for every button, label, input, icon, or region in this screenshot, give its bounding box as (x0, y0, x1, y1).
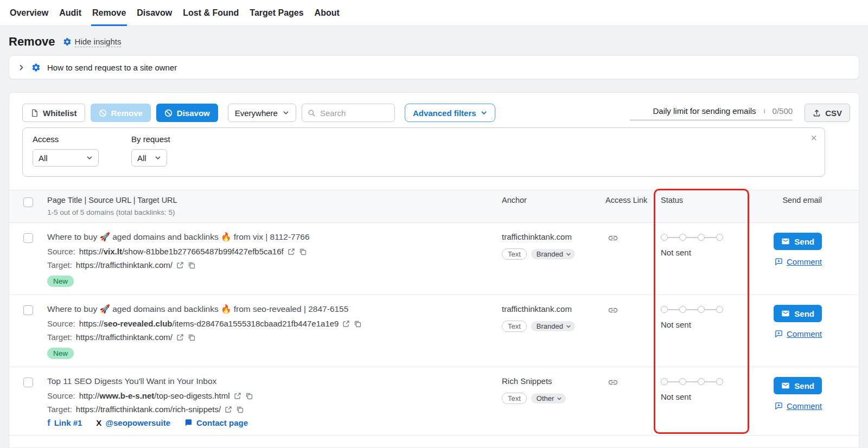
external-link-icon[interactable] (234, 392, 241, 400)
access-filter-select[interactable]: All (33, 149, 99, 167)
select-all-checkbox[interactable] (23, 197, 33, 207)
external-link-icon[interactable] (176, 334, 184, 341)
page-header: Remove Hide insights (0, 26, 868, 55)
chevron-down-icon (566, 252, 571, 257)
copy-icon[interactable] (236, 406, 244, 413)
hide-insights-link[interactable]: Hide insights (63, 37, 122, 47)
csv-export-button[interactable]: CSV (805, 104, 850, 122)
tab-about[interactable]: About (314, 0, 341, 26)
scope-select[interactable]: Everywhere (228, 104, 296, 122)
whitelist-label: Whitelist (43, 108, 77, 118)
table-row: Where to buy 🚀 aged domains and backlink… (9, 223, 859, 295)
remove-label: Remove (111, 108, 143, 118)
table-header: Page Title | Source URL | Target URL 1-5… (9, 190, 859, 223)
chevron-right-icon[interactable] (18, 64, 25, 71)
gear-icon (63, 37, 72, 46)
access-link-icon[interactable] (608, 377, 618, 388)
facebook-link[interactable]: f Link #1 (47, 418, 82, 427)
row-checkbox[interactable] (23, 233, 33, 243)
contact-page-link[interactable]: Contact page (184, 418, 248, 427)
backlink-title: Where to buy 🚀 aged domains and backlink… (47, 304, 484, 314)
close-icon[interactable]: × (810, 132, 817, 143)
comment-icon (775, 258, 783, 266)
target-url: https://trafficthinktank.com/ (76, 260, 173, 270)
daily-limit-label: Daily limit for sending emails (653, 106, 756, 116)
whitelist-button[interactable]: Whitelist (22, 104, 85, 122)
tab-lost-and-found[interactable]: Lost & Found (182, 0, 240, 26)
chevron-down-icon (566, 324, 571, 329)
comment-icon (775, 402, 783, 410)
comment-link[interactable]: Comment (775, 401, 822, 411)
chevron-down-icon (155, 155, 161, 161)
info-icon[interactable] (761, 107, 768, 115)
tab-audit[interactable]: Audit (58, 0, 82, 26)
block-icon (99, 109, 107, 117)
column-status: Status (655, 196, 758, 204)
status-stepper (661, 234, 758, 241)
external-link-icon[interactable] (288, 248, 295, 255)
top-nav: Overview Audit Remove Disavow Lost & Fou… (0, 0, 868, 26)
copy-icon[interactable] (188, 261, 195, 269)
how-to-panel[interactable]: How to send request to a site owner (9, 55, 859, 79)
advanced-filters-button[interactable]: Advanced filters (405, 104, 495, 122)
anchor-category-dropdown[interactable]: Branded (531, 321, 575, 331)
block-icon (164, 109, 173, 117)
main-panel: Whitelist Remove Disavow Everywhere (9, 92, 859, 448)
column-send-email: Send email (758, 196, 859, 204)
anchor-category-dropdown[interactable]: Other (531, 393, 566, 404)
tab-disavow[interactable]: Disavow (136, 0, 173, 26)
search-box (302, 104, 395, 122)
anchor-category-dropdown[interactable]: Branded (531, 249, 575, 259)
envelope-icon (781, 237, 790, 246)
by-request-filter-value: All (137, 153, 146, 163)
source-label: Source: (47, 247, 75, 256)
access-filter-label: Access (33, 135, 99, 144)
facebook-icon: f (47, 418, 50, 427)
disavow-label: Disavow (177, 108, 210, 118)
x-link[interactable]: X @seopowersuite (96, 418, 170, 427)
new-badge: New (47, 276, 74, 287)
copy-icon[interactable] (188, 334, 195, 341)
whitelist-doc-icon (30, 109, 39, 117)
access-filter-value: All (39, 153, 48, 163)
envelope-icon (781, 381, 790, 390)
tab-target-pages[interactable]: Target Pages (248, 0, 304, 26)
status-text: Not sent (661, 320, 758, 329)
tab-remove[interactable]: Remove (91, 0, 127, 26)
external-link-icon[interactable] (176, 261, 184, 269)
filter-panel: Access All By request All × (22, 127, 825, 177)
send-button[interactable]: Send (774, 305, 822, 322)
copy-icon[interactable] (245, 392, 253, 400)
chevron-down-icon (481, 110, 487, 116)
source-url: https://vix.lt/show-81bbe1b277665487b99f… (79, 247, 284, 256)
source-label: Source: (47, 391, 75, 400)
tab-overview[interactable]: Overview (9, 0, 49, 26)
send-button[interactable]: Send (774, 377, 822, 394)
anchor-type-tag: Text (502, 393, 527, 404)
copy-icon[interactable] (299, 248, 307, 255)
search-input[interactable] (320, 108, 389, 118)
disavow-button[interactable]: Disavow (156, 104, 218, 122)
hide-insights-label: Hide insights (75, 37, 122, 47)
copy-icon[interactable] (354, 320, 361, 328)
comment-link[interactable]: Comment (775, 257, 822, 266)
status-stepper (661, 306, 758, 313)
by-request-filter-select[interactable]: All (131, 149, 167, 167)
columns-title: Page Title | Source URL | Target URL (47, 196, 495, 204)
page-title: Remove (9, 35, 55, 49)
table-row: Where to buy 🚀 aged domains and backlink… (9, 295, 859, 367)
row-checkbox[interactable] (23, 305, 33, 315)
anchor-text: trafficthinktank.com (502, 304, 596, 313)
external-link-icon[interactable] (225, 406, 232, 413)
by-request-filter-label: By request (131, 135, 170, 144)
access-link-icon[interactable] (608, 305, 618, 316)
social-links: f Link #1 X @seopowersuite Contact page (47, 418, 484, 427)
send-button[interactable]: Send (774, 233, 822, 250)
remove-button[interactable]: Remove (91, 104, 151, 122)
row-checkbox[interactable] (23, 377, 33, 387)
column-anchor: Anchor (495, 196, 601, 204)
chevron-down-icon (86, 155, 93, 161)
comment-link[interactable]: Comment (775, 329, 822, 338)
access-link-icon[interactable] (608, 233, 618, 244)
external-link-icon[interactable] (342, 320, 350, 328)
